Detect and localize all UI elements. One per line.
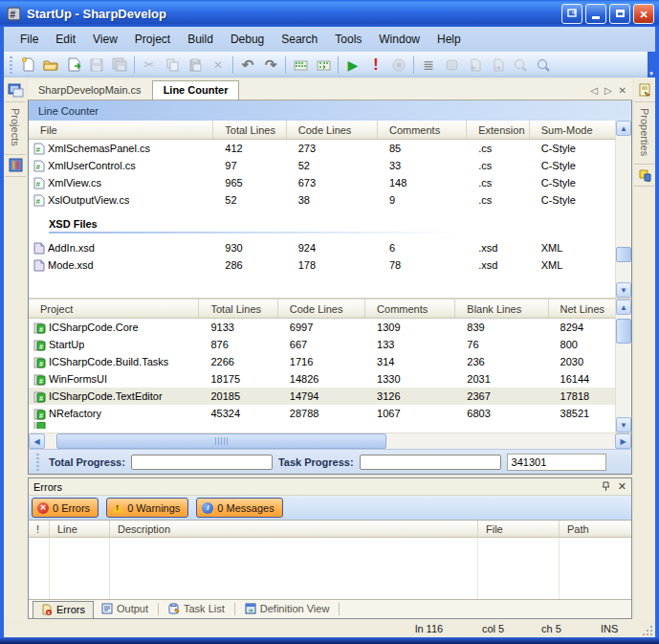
new-file-icon[interactable] xyxy=(16,55,39,76)
col-path[interactable]: Path xyxy=(560,521,631,537)
toggle-bookmark-icon[interactable] xyxy=(440,55,463,76)
pane-tab-task-list[interactable]: Task List xyxy=(161,601,232,617)
close-pane-icon[interactable] xyxy=(618,480,626,493)
delete-icon[interactable] xyxy=(207,55,230,76)
col-code-lines[interactable]: Code Lines xyxy=(287,121,378,139)
col-total-lines[interactable]: Total Lines xyxy=(199,300,277,318)
pane-tab-errors[interactable]: x Errors xyxy=(33,601,94,618)
errors-table-body[interactable] xyxy=(29,538,631,599)
table-row-clipped[interactable] xyxy=(29,422,615,429)
files-table-scrollbar[interactable] xyxy=(615,121,631,298)
horizontal-scrollbar[interactable] xyxy=(29,433,631,449)
maximize-button[interactable] xyxy=(609,4,630,24)
cut-icon[interactable] xyxy=(138,55,161,76)
open-folder-icon[interactable] xyxy=(39,55,62,76)
messages-filter-button[interactable]: 0 Messages xyxy=(196,498,282,518)
table-row[interactable]: #XmlUserControl.cs 97 52 33 .cs C-Style xyxy=(29,157,615,174)
undo-icon[interactable] xyxy=(236,55,259,76)
redo-icon[interactable] xyxy=(259,55,282,76)
col-line[interactable]: Line xyxy=(50,521,110,537)
scroll-tabs-left-icon[interactable] xyxy=(590,85,598,96)
col-file[interactable]: File xyxy=(478,521,560,537)
close-button[interactable] xyxy=(633,4,654,24)
uncomment-region-icon[interactable] xyxy=(312,55,335,76)
new-from-template-icon[interactable] xyxy=(62,55,85,76)
menu-search[interactable]: Search xyxy=(273,30,326,49)
sidebar-item-projects[interactable] xyxy=(5,79,26,102)
table-row-selected[interactable]: #ICSharpCode.TextEditor 20185 14794 3126… xyxy=(29,388,615,405)
resize-grip[interactable] xyxy=(641,624,654,637)
projects-table-scrollbar[interactable] xyxy=(615,300,631,433)
copy-icon[interactable] xyxy=(161,55,184,76)
col-code-lines[interactable]: Code Lines xyxy=(278,300,365,318)
clear-bookmarks-icon[interactable] xyxy=(509,55,532,76)
progress-toolbar-grip[interactable] xyxy=(35,454,40,471)
save-all-icon[interactable] xyxy=(108,55,131,76)
abort-icon[interactable] xyxy=(364,55,387,76)
menu-debug[interactable]: Debug xyxy=(222,30,273,49)
table-row[interactable]: #XslOutputView.cs 52 38 9 .cs C-Style xyxy=(29,191,615,209)
tab-sharpdevelopmain[interactable]: SharpDevelopMain.cs xyxy=(28,81,152,100)
scroll-down-icon[interactable] xyxy=(616,417,631,433)
menu-window[interactable]: Window xyxy=(370,30,428,49)
errors-filter-button[interactable]: 0 Errors xyxy=(32,498,99,518)
col-comments[interactable]: Comments xyxy=(365,300,455,318)
scroll-left-icon[interactable] xyxy=(29,433,45,449)
scroll-up-icon[interactable] xyxy=(616,121,631,136)
table-row[interactable]: #WinFormsUI 18175 14826 1330 2031 16144 xyxy=(29,370,615,388)
scrollbar-thumb[interactable] xyxy=(616,319,631,344)
next-bookmark-icon[interactable] xyxy=(486,55,509,76)
right-strip-label[interactable]: Properties xyxy=(639,108,650,156)
menu-view[interactable]: View xyxy=(84,30,126,49)
stop-icon[interactable] xyxy=(387,55,410,76)
col-net-lines[interactable]: Net Lines xyxy=(549,300,615,318)
comment-region-icon[interactable] xyxy=(289,55,312,76)
menu-file[interactable]: File xyxy=(11,30,47,49)
col-blank-lines[interactable]: Blank Lines xyxy=(455,300,548,318)
sidebar-item-tools[interactable] xyxy=(5,154,26,177)
menu-build[interactable]: Build xyxy=(179,30,222,49)
tab-line-counter[interactable]: Line Counter xyxy=(152,80,240,100)
table-row[interactable]: #XmlView.cs 965 673 148 .cs C-Style xyxy=(29,174,615,191)
run-icon[interactable] xyxy=(341,55,364,76)
col-total-lines[interactable]: Total Lines xyxy=(213,121,286,139)
popout-button[interactable] xyxy=(561,4,582,24)
paste-icon[interactable] xyxy=(184,55,207,76)
pane-tab-definition-view[interactable]: Definition View xyxy=(237,601,338,617)
menu-tools[interactable]: Tools xyxy=(326,30,370,49)
menu-edit[interactable]: Edit xyxy=(47,30,84,49)
toolbar-overflow-button[interactable] xyxy=(648,52,655,78)
col-extension[interactable]: Extension xyxy=(467,121,530,139)
scroll-down-icon[interactable] xyxy=(616,282,631,298)
table-row[interactable]: #NRefactory 45324 28788 1067 6803 38521 xyxy=(29,405,615,422)
col-project[interactable]: Project xyxy=(29,300,199,318)
scroll-tabs-right-icon[interactable] xyxy=(604,85,612,96)
scroll-up-icon[interactable] xyxy=(616,300,631,315)
sidebar-item-properties[interactable] xyxy=(634,79,655,102)
bookmark-list-icon[interactable] xyxy=(417,55,440,76)
table-row[interactable]: #ICSharpCode.Core 9133 6997 1309 839 829… xyxy=(29,319,615,336)
col-description[interactable]: Description xyxy=(110,521,478,537)
save-icon[interactable] xyxy=(85,55,108,76)
scrollbar-thumb[interactable] xyxy=(56,433,386,449)
left-strip-label[interactable]: Projects xyxy=(10,108,21,146)
table-row[interactable]: Mode.xsd 286 178 78 .xsd XML xyxy=(29,256,615,274)
toolbar-grip[interactable] xyxy=(9,56,13,74)
pane-tab-output[interactable]: Output xyxy=(94,601,156,617)
close-document-icon[interactable] xyxy=(619,85,626,96)
table-row[interactable]: #ICSharpCode.Build.Tasks 2266 1716 314 2… xyxy=(29,353,615,370)
minimize-button[interactable] xyxy=(585,4,606,24)
table-row[interactable]: #XmlSchemasPanel.cs 412 273 85 .cs C-Sty… xyxy=(29,140,615,157)
menu-help[interactable]: Help xyxy=(428,30,470,49)
scroll-right-icon[interactable] xyxy=(615,433,631,449)
errors-pane-header[interactable]: Errors xyxy=(29,478,631,496)
col-severity[interactable]: ! xyxy=(29,521,50,537)
col-sum-mode[interactable]: Sum-Mode xyxy=(530,121,615,139)
title-bar[interactable]: # StartUp - SharpDevelop xyxy=(0,0,659,27)
search-icon[interactable] xyxy=(532,55,555,76)
pin-icon[interactable] xyxy=(602,481,610,492)
menu-project[interactable]: Project xyxy=(126,30,179,49)
warnings-filter-button[interactable]: 0 Warnings xyxy=(106,498,188,518)
col-file[interactable]: File xyxy=(29,121,213,139)
col-comments[interactable]: Comments xyxy=(378,121,467,139)
